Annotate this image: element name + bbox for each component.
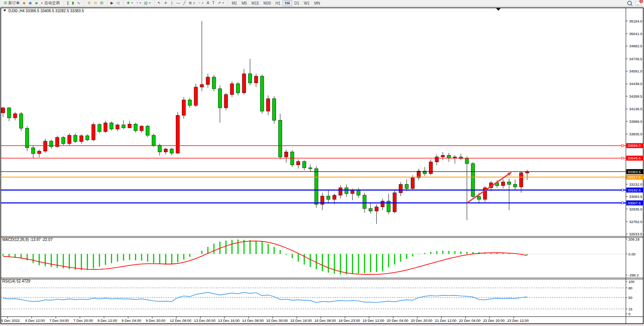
axis-tick-label: 34591.0 (629, 69, 642, 73)
candle-bearish (273, 99, 276, 120)
tile-windows-icon[interactable]: ⊞ (98, 0, 104, 6)
timeframe-w1[interactable]: W1 (302, 0, 312, 6)
templates-button[interactable]: ▤▾ (143, 0, 152, 6)
rsi-axis-label: 15 (628, 307, 633, 311)
price-line-label: 33317.6 (628, 175, 641, 179)
price-line-label: 33696.0 (628, 143, 641, 148)
line-handle[interactable] (622, 176, 623, 178)
candle-bullish (37, 151, 41, 154)
candle-bullish (525, 172, 529, 173)
crosshair-icon[interactable]: ✛ (162, 0, 169, 6)
periods-button[interactable]: ◔▾ (134, 0, 143, 6)
main-toolbar: ⊞ 新订单 ◆ ◉ ◈ ◐ 自动交易 ∥ ▮ ∿ ⊕ ⊖ ⊞ ▶ ◁ ✚▾ ◔▾… (0, 0, 644, 6)
chart-shift-icon[interactable]: ◁ (115, 0, 121, 6)
candle-bearish (514, 185, 517, 187)
timeframe-d1[interactable]: D1 (292, 0, 302, 6)
candle-bullish (13, 114, 17, 118)
arrow-shapes-icon: ↗ (218, 0, 221, 6)
search-icon[interactable] (627, 1, 632, 5)
line-handle[interactable] (622, 189, 623, 191)
timeframe-h1[interactable]: H1 (273, 0, 283, 6)
rsi-axis-label: 0 (628, 312, 630, 316)
time-tick-label: 7 Dec 04:00 (49, 318, 69, 323)
timeframe-m1[interactable]: M1 (230, 0, 239, 6)
fibonacci-icon[interactable]: ┄F (197, 0, 205, 6)
axis-tick-label: 35194.0 (629, 19, 642, 23)
horizontal-line-icon[interactable]: ― (175, 0, 182, 6)
axis-tick-label: 32935.0 (629, 207, 642, 211)
timeframe-m30[interactable]: M30 (261, 0, 273, 6)
chevron-down-icon: ▾ (140, 2, 141, 5)
candle-bullish (56, 137, 59, 146)
time-tick-label: 22 Dec 20:00 (483, 318, 505, 323)
candle-bearish (170, 149, 173, 153)
candle-bullish (519, 173, 523, 187)
arrows-button[interactable]: ↗▾ (216, 0, 225, 6)
axis-tick-label: 34739.5 (629, 57, 642, 61)
candle-bullish (176, 115, 180, 153)
time-tick-label: 6 Dec 12:00 (25, 318, 45, 323)
candle-bearish (308, 168, 312, 169)
time-tick-label: 18 Dec 23:00 (339, 318, 360, 323)
line-chart-icon[interactable]: ∿ (75, 0, 82, 6)
chat-icon[interactable]: 1 (636, 1, 641, 5)
vertical-line-icon[interactable]: ❘ (169, 0, 175, 6)
timeframe-m15[interactable]: M15 (249, 0, 261, 6)
autotrading-label: 自动交易 (45, 0, 60, 6)
candle-bearish (110, 123, 113, 129)
time-tick-label: 16 Dec 08:00 (315, 318, 336, 323)
zoom-in-icon[interactable]: ⊕ (86, 0, 92, 6)
time-tick-label: 15 Dec 16:00 (290, 318, 312, 323)
scroll-group: ▶ ◁ (107, 0, 122, 6)
time-tick-label: 8 Dec 12:00 (98, 318, 117, 323)
autotrading-button[interactable]: ◐ 自动交易 (40, 0, 61, 6)
indicators-button[interactable]: ✚▾ (125, 0, 134, 6)
horizontal-scrollbar[interactable] (0, 324, 644, 326)
template-icon: ▤ (144, 0, 148, 6)
line-handle[interactable] (622, 157, 623, 159)
line-handle[interactable] (622, 145, 623, 146)
text-icon[interactable]: A (205, 0, 211, 6)
axis-tick-label: 34892.5 (629, 44, 642, 48)
contacts-icon[interactable]: ◉ (27, 0, 34, 6)
candle-bearish (158, 145, 161, 152)
candle-bullish (140, 126, 143, 131)
auto-scroll-icon[interactable]: ▶ (109, 0, 115, 6)
candle-bullish (333, 195, 336, 199)
text-label-icon[interactable]: T (211, 0, 216, 6)
candle-bearish (32, 148, 35, 154)
candle-bearish (134, 124, 137, 130)
line-handle[interactable] (622, 202, 623, 204)
bar-chart-icon[interactable]: ∥ (66, 0, 71, 6)
time-tick-label: 9 Dec 20:00 (146, 318, 165, 323)
candle-bearish (477, 196, 481, 199)
trendline-icon[interactable]: ╱ (182, 0, 187, 6)
new-order-label: 新订单 (8, 0, 19, 6)
new-order-button[interactable]: ⊞ 新订单 (2, 0, 21, 6)
axis-tick-label: 34438.0 (629, 82, 642, 86)
rsi-label: RSI(14) 52.4729 (2, 279, 31, 283)
time-tick-label: 21 Dec 12:00 (435, 318, 457, 323)
signals-icon[interactable]: ◈ (34, 0, 40, 6)
candle-bearish (212, 77, 216, 89)
profiles-icon[interactable]: ◆ (21, 0, 27, 6)
candle-bullish (254, 76, 258, 83)
time-tick-label: 22 Dec 04:00 (459, 318, 481, 323)
axis-tick-label: 32633.5 (629, 232, 642, 236)
zoom-out-icon[interactable]: ⊖ (92, 0, 98, 6)
candle-bullish (164, 149, 167, 152)
candle-bullish (206, 77, 210, 85)
candle-bearish (188, 100, 191, 105)
timeframe-m5[interactable]: M5 (239, 0, 249, 6)
chevron-down-icon: ▾ (131, 2, 133, 5)
time-tick-label: 20 Dec 04:00 (387, 318, 408, 323)
cursor-icon[interactable]: ↖ (156, 0, 162, 6)
macd-axis-label: 0.00 (628, 252, 636, 256)
candlestick-chart-icon[interactable]: ▮ (71, 0, 76, 6)
timeframe-mn[interactable]: MN (312, 0, 323, 6)
chevron-down-icon: ▾ (149, 2, 151, 5)
candle-bearish (122, 125, 125, 128)
timeframe-h4[interactable]: H4 (283, 0, 292, 6)
candle-bullish (80, 136, 83, 141)
equidistant-channel-icon[interactable]: ≣E (187, 0, 197, 6)
